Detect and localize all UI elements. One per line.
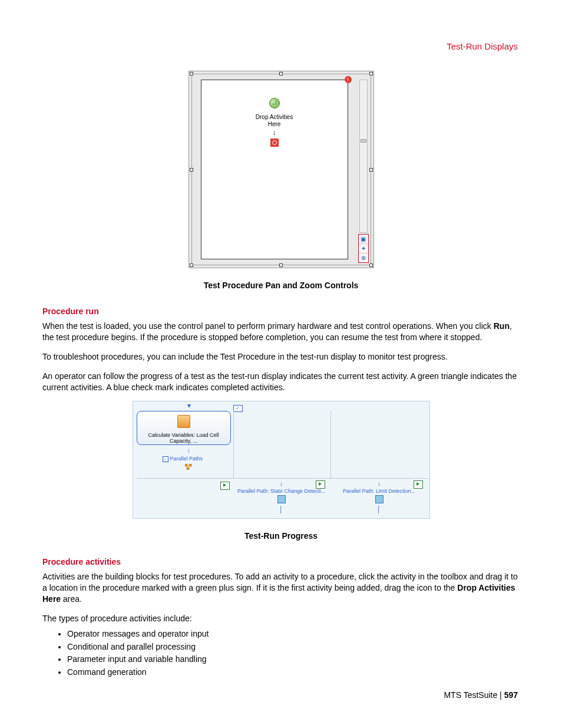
list-item: Conditional and parallel processing (67, 641, 520, 654)
heading-procedure-activities: Procedure activities (42, 557, 520, 566)
svg-rect-0 (185, 464, 187, 466)
figure2-caption: Test-Run Progress (42, 531, 520, 541)
divider (330, 411, 331, 478)
svg-rect-1 (189, 464, 191, 466)
calculate-variables-node[interactable]: Calculate Variables: Load Cell Capacity,… (137, 411, 231, 445)
line-down-icon: │ (234, 506, 329, 513)
state-change-icon (277, 495, 286, 503)
text: When the test is loaded, you use the con… (42, 321, 494, 331)
drop-label-line1: Drop Activities (256, 114, 293, 120)
resize-handle[interactable] (190, 263, 193, 267)
text-bold-run: Run (494, 321, 510, 331)
calculator-icon (177, 415, 190, 428)
resize-handle[interactable] (190, 72, 193, 75)
resize-handle[interactable] (369, 72, 373, 75)
procedure-run-p3: An operator can follow the progress of a… (42, 371, 520, 393)
zoom-in-button[interactable]: ⊕ (359, 253, 368, 262)
activity-types-list: Operator messages and operator input Con… (42, 628, 520, 679)
procedure-activities-p1: Activities are the building blocks for t… (42, 571, 520, 605)
vertical-scrollbar[interactable] (359, 80, 368, 233)
drop-activities-label: Drop Activities Here (201, 114, 348, 128)
arrow-down-icon: ▾ (187, 401, 191, 410)
parallel-paths-icon (185, 464, 192, 470)
resize-handle[interactable] (369, 263, 373, 267)
parallel-paths-label: Parallel Paths (170, 456, 203, 462)
list-item: Parameter input and variable handling (67, 653, 520, 666)
drop-label-line2: Here (268, 121, 281, 127)
collapse-box-icon[interactable]: - (163, 456, 168, 462)
parallel-paths-node[interactable]: -Parallel Paths (163, 456, 203, 462)
scrollbar-thumb[interactable] (361, 139, 366, 143)
divider (137, 478, 427, 479)
zoom-tool-button[interactable]: ✦ (359, 244, 368, 253)
start-node-icon[interactable] (269, 98, 280, 108)
procedure-run-p2: To troubleshoot procedures, you can incl… (42, 351, 520, 363)
resize-handle[interactable] (279, 263, 283, 267)
test-run-progress-diagram: ▾ ✓ Calculate Variables: Load Cell Capac… (133, 401, 430, 519)
svg-rect-2 (187, 467, 189, 470)
line-down-icon: │ (332, 506, 427, 513)
list-item: Command generation (67, 666, 520, 679)
warning-icon: ! (345, 76, 352, 83)
current-activity-play-icon (316, 480, 325, 490)
arrow-down-icon: ↓ (234, 480, 329, 487)
page-footer: MTS TestSuite | 597 (444, 690, 518, 700)
header-section-title: Test-Run Displays (447, 41, 518, 51)
arrow-down-icon: ↓ (201, 129, 348, 136)
current-activity-play-icon (220, 482, 230, 492)
footer-product: MTS TestSuite (444, 690, 497, 700)
figure-pan-zoom: ! Drop Activities Here ↓ ▣ ✦ ⊕ (42, 71, 520, 270)
divider (233, 411, 234, 478)
procedure-run-p1: When the test is loaded, you use the con… (42, 321, 520, 343)
heading-procedure-run: Procedure run (42, 307, 520, 316)
text: Activities are the building blocks for t… (42, 572, 518, 592)
list-item: Operator messages and operator input (67, 628, 520, 641)
footer-sep: | (497, 690, 504, 700)
parallel-path-state-change-label: Parallel Path: State Change Detecti... (234, 488, 329, 494)
completed-checkmark-icon: ✓ (233, 405, 243, 412)
fit-page-button[interactable]: ▣ (359, 235, 368, 244)
limit-detection-icon (375, 495, 384, 503)
procedure-canvas[interactable]: ! Drop Activities Here ↓ (201, 80, 348, 259)
procedure-activities-p2: The types of procedure activities includ… (42, 613, 520, 624)
figure1-caption: Test Procedure Pan and Zoom Controls (42, 281, 520, 290)
current-activity-play-icon (414, 480, 423, 490)
stop-node-icon[interactable] (270, 139, 279, 147)
parallel-path-state-change-col: ↓ Parallel Path: State Change Detecti...… (234, 480, 329, 513)
footer-page-number: 597 (504, 690, 518, 700)
zoom-controls-highlight: ▣ ✦ ⊕ (358, 234, 369, 263)
parallel-path-limit-detection-col: ↓ Parallel Path: Limit Detection... │ (332, 480, 427, 513)
arrow-down-icon: ↓ (187, 446, 191, 453)
procedure-canvas-selection: ! Drop Activities Here ↓ ▣ ✦ ⊕ (189, 71, 374, 268)
resize-handle[interactable] (369, 168, 373, 172)
text: area. (61, 594, 82, 604)
resize-handle[interactable] (190, 168, 193, 172)
arrow-down-icon: ↓ (332, 480, 427, 487)
parallel-path-limit-detection-label: Parallel Path: Limit Detection... (332, 488, 427, 494)
calculate-variables-label: Calculate Variables: Load Cell Capacity,… (137, 432, 230, 444)
resize-handle[interactable] (279, 72, 283, 75)
figure-test-run-progress: ▾ ✓ Calculate Variables: Load Cell Capac… (42, 401, 520, 521)
